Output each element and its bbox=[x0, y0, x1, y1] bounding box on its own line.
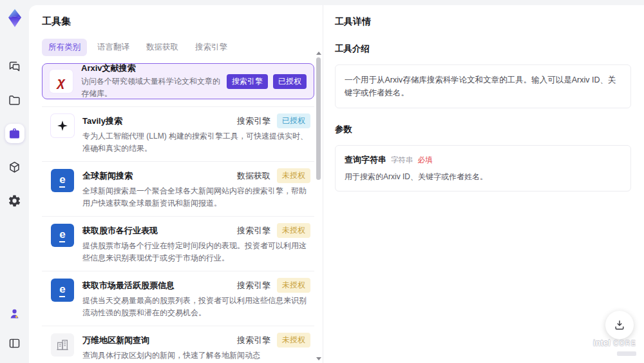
list-item-most-active-stocks[interactable]: e 获取市场最活跃股票信息 搜索引擎 未授权 提供当天交易量最高的股票列表，投资… bbox=[42, 271, 314, 326]
tools-panel: 工具集 所有类别 语言翻译 数据获取 搜索引擎 χ Arxiv文献搜索 访问各个… bbox=[29, 5, 323, 363]
list-item-tavily[interactable]: Tavily搜索 搜索引擎 已授权 专为人工智能代理 (LLM) 构建的搜索引擎… bbox=[42, 107, 314, 162]
param-name: 查询字符串 bbox=[345, 154, 386, 166]
tool-description: 专为人工智能代理 (LLM) 构建的搜索引擎工具，可快速提供实时、准确和真实的结… bbox=[82, 130, 310, 155]
tool-title: 全球新闻搜索 bbox=[82, 171, 133, 181]
tool-title: Arxiv文献搜索 bbox=[81, 63, 222, 74]
news-logo-icon: e bbox=[51, 224, 74, 247]
param-type: 字符串 bbox=[391, 155, 413, 165]
chat-icon[interactable] bbox=[5, 57, 24, 76]
package-icon[interactable] bbox=[5, 157, 24, 177]
detail-title: 工具详情 bbox=[335, 16, 631, 28]
scroll-down-icon[interactable] bbox=[316, 357, 321, 360]
download-icon bbox=[613, 319, 626, 331]
intro-heading: 工具介绍 bbox=[335, 43, 631, 55]
collapse-panel-icon[interactable] bbox=[5, 333, 24, 353]
list-item-arxiv-selected[interactable]: χ Arxiv文献搜索 访问各个研究领域大量科学论文和文章的存储库。 搜索引擎 … bbox=[42, 63, 314, 99]
tool-category: 搜索引擎 bbox=[237, 280, 270, 291]
list-item-region-news[interactable]: 万维地区新闻查询 搜索引擎 未授权 查询具体行政区划内的新闻，快速了解各地新闻动… bbox=[42, 326, 314, 363]
tools-list: χ Arxiv文献搜索 访问各个研究领域大量科学论文和文章的存储库。 搜索引擎 … bbox=[42, 63, 314, 363]
auth-status-badge: 未授权 bbox=[277, 278, 310, 293]
tool-title: 获取股市各行业表现 bbox=[82, 226, 158, 236]
category-badge: 搜索引擎 bbox=[227, 74, 268, 89]
tool-description: 查询具体行政区划内的新闻，快速了解各地新闻动态 bbox=[82, 349, 310, 362]
arxiv-logo-icon: χ bbox=[50, 70, 73, 93]
tool-category: 搜索引擎 bbox=[237, 115, 270, 127]
auth-status-badge: 未授权 bbox=[277, 333, 310, 348]
user-avatar-icon[interactable] bbox=[5, 304, 24, 323]
tab-data-fetch[interactable]: 数据获取 bbox=[140, 39, 185, 56]
toolbox-icon[interactable] bbox=[5, 124, 24, 143]
buildings-logo-icon bbox=[51, 333, 74, 357]
app-window: 工具集 所有类别 语言翻译 数据获取 搜索引擎 χ Arxiv文献搜索 访问各个… bbox=[0, 0, 644, 363]
tool-title: 万维地区新闻查询 bbox=[82, 335, 149, 346]
tool-category: 搜索引擎 bbox=[237, 225, 270, 237]
page-title: 工具集 bbox=[42, 15, 323, 28]
news-logo-icon: e bbox=[51, 279, 74, 302]
news-logo-icon: e bbox=[51, 169, 74, 192]
download-button[interactable] bbox=[605, 311, 634, 339]
tool-rows: Tavily搜索 搜索引擎 已授权 专为人工智能代理 (LLM) 构建的搜索引擎… bbox=[42, 106, 314, 363]
param-item: 查询字符串 字符串 必填 用于搜索的Arxiv ID、关键字或作者姓名。 bbox=[335, 145, 631, 191]
auth-status-badge: 已授权 bbox=[277, 113, 310, 128]
tavily-logo-icon bbox=[51, 114, 74, 137]
params-heading: 参数 bbox=[335, 124, 631, 135]
tab-language-translation[interactable]: 语言翻译 bbox=[91, 39, 136, 56]
tab-search-engine[interactable]: 搜索引擎 bbox=[189, 39, 234, 56]
intel-ultra-mark bbox=[617, 351, 636, 356]
left-rail bbox=[0, 0, 29, 363]
list-item-global-news[interactable]: e 全球新闻搜索 数据获取 未授权 全球新闻搜索是一个聚合全球各大新闻网站内容的… bbox=[42, 162, 314, 217]
app-logo-diamond-icon bbox=[5, 8, 25, 28]
tool-title: Tavily搜索 bbox=[82, 116, 122, 126]
main-panel: 工具集 所有类别 语言翻译 数据获取 搜索引擎 χ Arxiv文献搜索 访问各个… bbox=[29, 5, 644, 363]
auth-status-badge: 已授权 bbox=[273, 74, 307, 89]
folder-icon[interactable] bbox=[5, 90, 24, 110]
auth-status-badge: 未授权 bbox=[277, 168, 310, 183]
settings-icon[interactable] bbox=[5, 191, 24, 210]
tool-description: 访问各个研究领域大量科学论文和文章的存储库。 bbox=[81, 75, 222, 100]
tool-description: 提供股票市场各个行业在特定时间段内的表现。投资者可以利用这些信息来识别表现优于或… bbox=[82, 240, 310, 264]
auth-status-badge: 未授权 bbox=[277, 223, 310, 238]
tool-title: 获取市场最活跃股票信息 bbox=[82, 280, 175, 291]
tool-description: 提供当天交易量最高的股票列表，投资者可以利用这些信息来识别流动性强的股票和潜在的… bbox=[82, 295, 310, 319]
scrollbar-thumb[interactable] bbox=[316, 57, 321, 180]
list-item-sector-performance[interactable]: e 获取股市各行业表现 搜索引擎 未授权 提供股票市场各个行业在特定时间段内的表… bbox=[42, 217, 314, 271]
tool-intro-text: 一个用于从Arxiv存储库搜索科学论文和文章的工具。输入可以是Arxiv ID、… bbox=[335, 64, 631, 108]
rail-footer bbox=[5, 304, 24, 353]
tool-category: 数据获取 bbox=[237, 170, 270, 182]
param-description: 用于搜索的Arxiv ID、关键字或作者姓名。 bbox=[345, 172, 621, 182]
tool-detail-panel: 工具详情 工具介绍 一个用于从Arxiv存储库搜索科学论文和文章的工具。输入可以… bbox=[323, 5, 644, 363]
tool-description: 全球新闻搜索是一个聚合全球各大新闻网站内容的搜索引擎，帮助用户快速获取全球最新资… bbox=[82, 185, 310, 210]
intel-core-logo: intel CORE bbox=[593, 337, 636, 358]
param-required-flag: 必填 bbox=[418, 155, 433, 165]
category-tabs: 所有类别 语言翻译 数据获取 搜索引擎 bbox=[42, 39, 323, 56]
scrollbar-track[interactable] bbox=[316, 52, 321, 360]
scroll-up-icon[interactable] bbox=[316, 52, 321, 55]
tool-category: 搜索引擎 bbox=[237, 335, 270, 346]
rail-nav bbox=[5, 57, 24, 210]
tab-all-categories[interactable]: 所有类别 bbox=[42, 39, 87, 56]
